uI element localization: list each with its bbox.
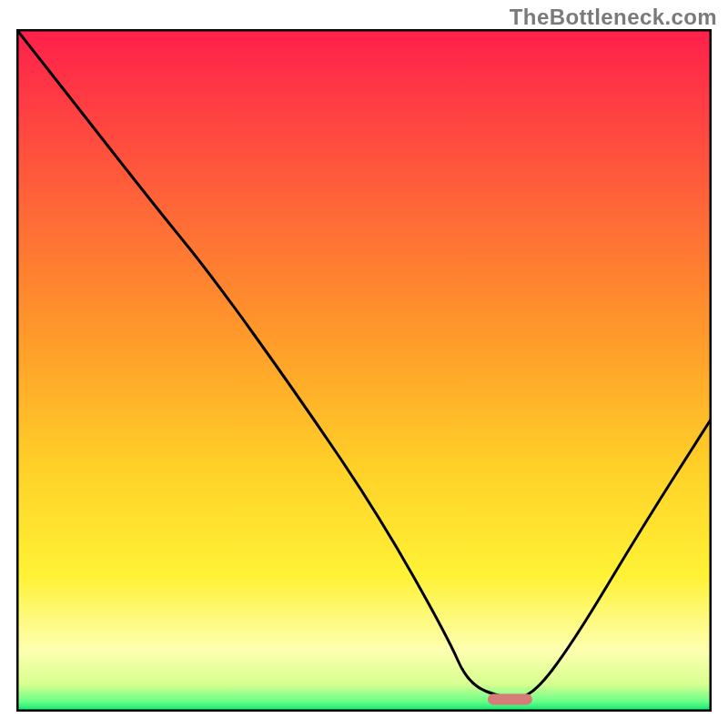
watermark-text: TheBottleneck.com [510, 5, 717, 30]
gradient-background [16, 29, 712, 712]
chart-container: TheBottleneck.com [0, 0, 728, 728]
chart-plot-area [16, 29, 712, 712]
bottleneck-chart-svg [16, 29, 712, 712]
optimal-marker [488, 694, 532, 705]
